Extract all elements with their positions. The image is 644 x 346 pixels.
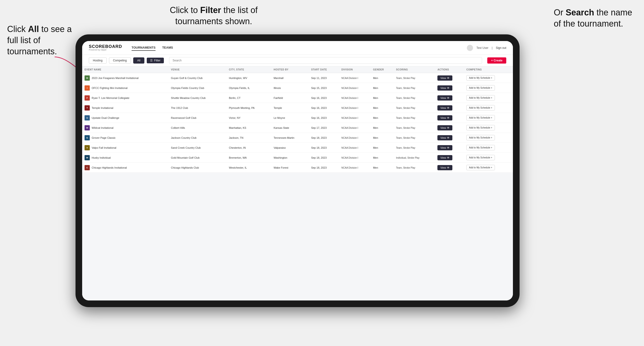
add-to-schedule-button[interactable]: Add to My Schedule + bbox=[466, 165, 495, 170]
cell-action: View 👁 bbox=[435, 113, 464, 123]
cell-competing: Add to My Schedule + bbox=[464, 83, 513, 93]
table-row: F Ryan T. Lee Memorial Collegiate Shuttl… bbox=[82, 93, 513, 103]
cell-division: NCAA Division I bbox=[339, 113, 371, 123]
cell-start-date: Sep 16, 2023 bbox=[309, 103, 339, 113]
cell-city-state: Victor, NY bbox=[226, 113, 271, 123]
table-header: EVENT NAME VENUE CITY, STATE HOSTED BY S… bbox=[82, 66, 513, 73]
add-to-schedule-button[interactable]: Add to My Schedule + bbox=[466, 155, 495, 160]
cell-hosted-by: Marshall bbox=[271, 73, 309, 83]
tab-hosting[interactable]: Hosting bbox=[89, 57, 106, 64]
tournaments-table: EVENT NAME VENUE CITY, STATE HOSTED BY S… bbox=[82, 66, 513, 173]
col-event-name: EVENT NAME bbox=[82, 66, 168, 73]
cell-competing: Add to My Schedule + bbox=[464, 153, 513, 163]
annotation-topright: Or Search the name of the tournament. bbox=[554, 7, 634, 29]
annotation-topcenter: Click to Filter the list of tournaments … bbox=[154, 5, 273, 27]
view-button[interactable]: View 👁 bbox=[438, 105, 452, 111]
cell-scoring: Team, Stroke Play bbox=[394, 83, 435, 93]
team-logo: F bbox=[84, 95, 90, 101]
cell-hosted-by: Illinois bbox=[271, 83, 309, 93]
cell-competing: Add to My Schedule + bbox=[464, 133, 513, 143]
table-row: T Temple Invitational The 1912 Club Plym… bbox=[82, 103, 513, 113]
cell-division: NCAA Division I bbox=[339, 153, 371, 163]
table-row: V Valpo Fall Invitational Sand Creek Cou… bbox=[82, 143, 513, 153]
view-button[interactable]: View 👁 bbox=[438, 125, 452, 130]
nav-links: TOURNAMENTS TEAMS bbox=[132, 45, 467, 51]
logo-text: SCOREBOARD bbox=[89, 44, 122, 49]
view-button[interactable]: View 👁 bbox=[438, 75, 452, 81]
cell-gender: Men bbox=[371, 123, 394, 133]
tab-competing[interactable]: Competing bbox=[109, 57, 131, 64]
event-name: Chicago Highlands Invitational bbox=[92, 166, 127, 169]
cell-gender: Men bbox=[371, 133, 394, 143]
cell-start-date: Sep 17, 2023 bbox=[309, 123, 339, 133]
col-actions: ACTIONS bbox=[435, 66, 464, 73]
view-button[interactable]: View 👁 bbox=[438, 115, 452, 121]
search-input[interactable] bbox=[169, 57, 482, 64]
cell-division: NCAA Division I bbox=[339, 133, 371, 143]
tab-all[interactable]: All bbox=[133, 57, 144, 64]
table-body: M 2023 Joe Feaganes Marshall Invitationa… bbox=[82, 73, 513, 173]
cell-scoring: Team, Stroke Play bbox=[394, 103, 435, 113]
cell-hosted-by: Fairfield bbox=[271, 93, 309, 103]
table-row: G Grover Page Classic Jackson Country Cl… bbox=[82, 133, 513, 143]
cell-gender: Men bbox=[371, 93, 394, 103]
sign-out-link[interactable]: Sign out bbox=[496, 46, 506, 50]
cell-event: W Wildcat Invitational bbox=[82, 123, 168, 133]
cell-action: View 👁 bbox=[435, 73, 464, 83]
cell-venue: Olympia Fields Country Club bbox=[168, 83, 226, 93]
add-to-schedule-button[interactable]: Add to My Schedule + bbox=[466, 145, 495, 150]
toolbar: Hosting Competing All ☰ Filter + Create bbox=[82, 55, 513, 66]
event-name: 2023 Joe Feaganes Marshall Invitational bbox=[92, 77, 139, 79]
add-to-schedule-button[interactable]: Add to My Schedule + bbox=[466, 75, 495, 81]
cell-gender: Men bbox=[371, 163, 394, 173]
add-to-schedule-button[interactable]: Add to My Schedule + bbox=[466, 135, 495, 140]
cell-event: I OFCC Fighting Illini Invitational bbox=[82, 83, 168, 93]
cell-action: View 👁 bbox=[435, 83, 464, 93]
nav-bar: SCOREBOARD Powered by clippd TOURNAMENTS… bbox=[82, 41, 513, 55]
nav-teams[interactable]: TEAMS bbox=[162, 45, 173, 51]
logo-area: SCOREBOARD Powered by clippd bbox=[89, 44, 122, 51]
add-to-schedule-button[interactable]: Add to My Schedule + bbox=[466, 115, 495, 121]
add-to-schedule-button[interactable]: Add to My Schedule + bbox=[466, 95, 495, 101]
cell-gender: Men bbox=[371, 83, 394, 93]
cell-scoring: Team, Stroke Play bbox=[394, 73, 435, 83]
view-button[interactable]: View 👁 bbox=[438, 145, 452, 150]
cell-city-state: Bremerton, WA bbox=[226, 153, 271, 163]
create-button[interactable]: + Create bbox=[487, 57, 506, 64]
cell-action: View 👁 bbox=[435, 133, 464, 143]
add-to-schedule-button[interactable]: Add to My Schedule + bbox=[466, 85, 495, 91]
view-button[interactable]: View 👁 bbox=[438, 135, 452, 140]
cell-scoring: Team, Stroke Play bbox=[394, 143, 435, 153]
add-to-schedule-button[interactable]: Add to My Schedule + bbox=[466, 105, 495, 111]
cell-division: NCAA Division I bbox=[339, 163, 371, 173]
cell-gender: Men bbox=[371, 143, 394, 153]
cell-venue: The 1912 Club bbox=[168, 103, 226, 113]
nav-tournaments[interactable]: TOURNAMENTS bbox=[132, 45, 156, 51]
user-name: Test User bbox=[476, 46, 488, 50]
cell-competing: Add to My Schedule + bbox=[464, 73, 513, 83]
filter-icon: ☰ bbox=[150, 59, 153, 62]
view-button[interactable]: View 👁 bbox=[438, 85, 452, 91]
table-row: W Wildcat Invitational Colbert Hills Man… bbox=[82, 123, 513, 133]
cell-hosted-by: Wake Forest bbox=[271, 163, 309, 173]
view-button[interactable]: View 👁 bbox=[438, 95, 452, 101]
event-name: Wildcat Invitational bbox=[92, 126, 114, 129]
view-button[interactable]: View 👁 bbox=[438, 165, 452, 170]
col-start-date: START DATE bbox=[309, 66, 339, 73]
add-to-schedule-button[interactable]: Add to My Schedule + bbox=[466, 125, 495, 130]
cell-action: View 👁 bbox=[435, 123, 464, 133]
cell-city-state: Plymouth Meeting, PA bbox=[226, 103, 271, 113]
cell-event: T Temple Invitational bbox=[82, 103, 168, 113]
cell-division: NCAA Division I bbox=[339, 143, 371, 153]
view-button[interactable]: View 👁 bbox=[438, 155, 452, 160]
cell-event: V Valpo Fall Invitational bbox=[82, 143, 168, 153]
cell-gender: Men bbox=[371, 153, 394, 163]
filter-button[interactable]: ☰ Filter bbox=[147, 58, 164, 63]
cell-venue: Chicago Highlands Club bbox=[168, 163, 226, 173]
cell-hosted-by: Kansas State bbox=[271, 123, 309, 133]
cell-venue: Shuttle Meadow Country Club bbox=[168, 93, 226, 103]
team-logo: V bbox=[84, 145, 90, 150]
cell-competing: Add to My Schedule + bbox=[464, 123, 513, 133]
cell-event: C Chicago Highlands Invitational bbox=[82, 163, 168, 173]
team-logo: M bbox=[84, 75, 90, 81]
